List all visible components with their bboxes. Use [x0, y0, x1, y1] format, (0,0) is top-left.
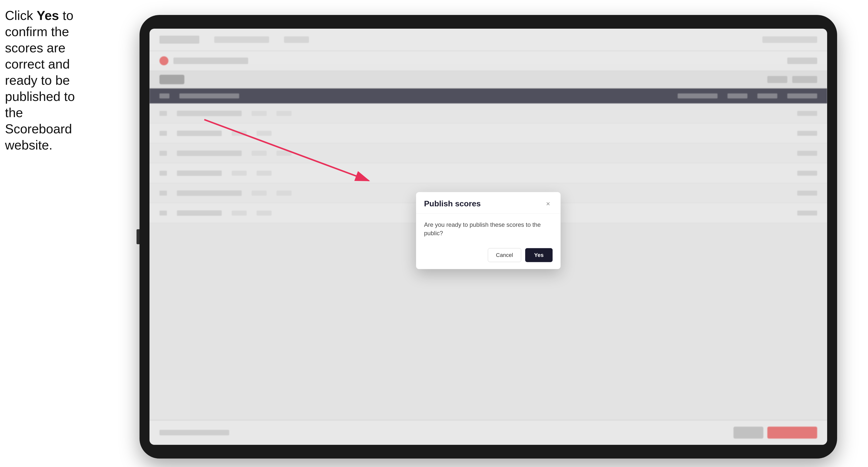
yes-button[interactable]: Yes [525, 248, 553, 262]
cancel-button[interactable]: Cancel [488, 248, 521, 262]
modal-body: Are you ready to publish these scores to… [416, 214, 561, 243]
modal-message: Are you ready to publish these scores to… [424, 221, 553, 237]
publish-scores-dialog: Publish scores × Are you ready to publis… [416, 192, 561, 269]
instruction-text: Click Yes to confirm the scores are corr… [5, 7, 77, 153]
tablet-side-button [136, 229, 140, 244]
close-icon: × [546, 199, 550, 208]
modal-header: Publish scores × [416, 192, 561, 214]
instruction-bold: Yes [37, 8, 59, 23]
modal-close-button[interactable]: × [544, 199, 553, 208]
instruction-prefix: Click [5, 8, 37, 23]
modal-title: Publish scores [424, 199, 481, 208]
instruction-suffix: to confirm the scores are correct and re… [5, 8, 75, 152]
modal-footer: Cancel Yes [416, 243, 561, 269]
tablet-screen: Publish scores × Are you ready to publis… [150, 29, 827, 445]
modal-overlay: Publish scores × Are you ready to publis… [150, 29, 827, 445]
tablet-frame: Publish scores × Are you ready to publis… [140, 15, 837, 459]
tablet-device: Publish scores × Are you ready to publis… [140, 15, 837, 459]
